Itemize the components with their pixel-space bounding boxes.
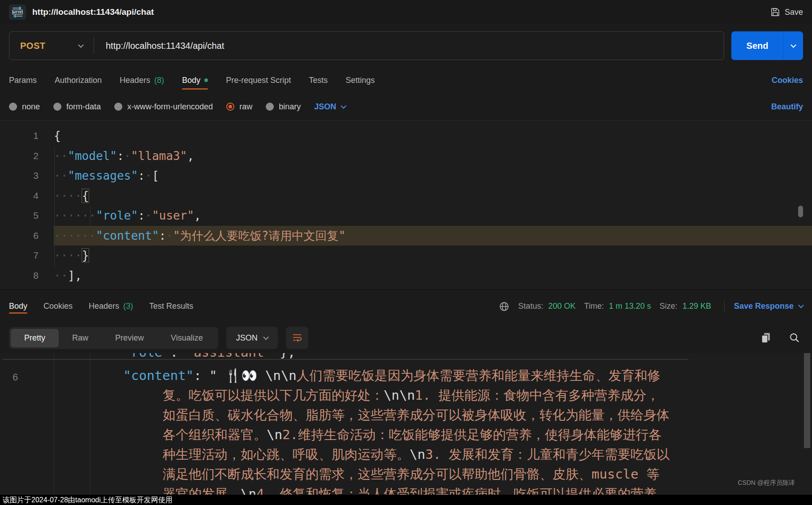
divider <box>724 301 725 312</box>
chevron-down-icon <box>798 302 804 308</box>
save-button[interactable]: Save <box>770 7 803 17</box>
send-options-caret[interactable] <box>783 31 803 60</box>
code-line-7: 7····} <box>0 246 812 266</box>
chevron-down-icon <box>263 334 269 340</box>
tab-settings[interactable]: Settings <box>346 69 375 92</box>
indent-guide <box>54 147 55 268</box>
cookies-link[interactable]: Cookies <box>772 76 803 85</box>
tab-headers[interactable]: Headers(8) <box>120 69 164 92</box>
tab-authorization[interactable]: Authorization <box>55 69 102 92</box>
radio-unselected-icon <box>9 103 17 111</box>
response-tabs: BodyCookiesHeaders(3)Test Results <box>9 294 193 318</box>
save-label: Save <box>785 8 803 17</box>
time-value: 1 m 13.20 s <box>609 302 651 311</box>
body-format-select[interactable]: JSON <box>314 102 346 112</box>
body-type-radios: noneform-datax-www-form-urlencodedrawbin… <box>9 102 301 112</box>
view-mode-preview[interactable]: Preview <box>102 329 157 347</box>
save-floppy-icon <box>770 7 780 17</box>
time-label: Time: <box>584 302 604 311</box>
tab-params[interactable]: Params <box>9 69 37 92</box>
tab-tests[interactable]: Tests <box>309 69 328 92</box>
method-select[interactable]: POST <box>9 41 94 51</box>
size-label: Size: <box>660 302 678 311</box>
response-tab-headers[interactable]: Headers(3) <box>89 294 133 318</box>
body-type-radio-form-data[interactable]: form-data <box>53 102 101 112</box>
tab-body[interactable]: Body <box>182 69 208 92</box>
indent-guide <box>90 207 91 246</box>
send-label[interactable]: Send <box>731 31 783 60</box>
csdn-watermark: CSDN @程序员陈译 <box>738 473 795 492</box>
http-arrows-icon: HTTP <box>11 6 24 18</box>
response-content-line: 6 "content": " 🍴👀 \n\n人们需要吃饭是因为身体需要营养和能量… <box>0 366 812 505</box>
divider <box>94 38 94 54</box>
copy-response-button[interactable] <box>760 332 772 344</box>
svg-text:HTTP: HTTP <box>13 10 22 14</box>
code-line-4: 4····{ <box>0 186 812 206</box>
scroll-clip-divider <box>3 359 688 360</box>
wrap-text-button[interactable] <box>286 327 308 349</box>
view-mode-visualize[interactable]: Visualize <box>157 329 216 347</box>
code-line-1: 1{ <box>0 126 812 146</box>
request-tabs: ParamsAuthorizationHeaders(8)BodyPre-req… <box>9 69 375 92</box>
editor-scrollbar-thumb[interactable] <box>798 206 803 217</box>
radio-unselected-icon <box>114 103 122 111</box>
save-response-label: Save Response <box>734 302 794 311</box>
status-label: Status: <box>518 302 543 311</box>
method-value: POST <box>20 41 45 51</box>
code-line-6: 6······"content":·"为什么人要吃饭?请用中文回复" <box>0 226 812 246</box>
view-mode-segmented-control: PrettyRawPreviewVisualize <box>9 327 218 349</box>
url-input[interactable]: http://localhost:11434/api/chat <box>106 41 224 51</box>
code-line-3: 3··"messages":·[ <box>0 166 812 186</box>
search-response-button[interactable] <box>789 332 800 344</box>
tab-pre-request-script[interactable]: Pre-request Script <box>226 69 291 92</box>
request-titlebar: HTTP http://localhost:11434/api/chat Sav… <box>0 0 812 24</box>
request-url-row: POST http://localhost:11434/api/chat Sen… <box>0 24 812 67</box>
response-meta: Status: 200 OK Time: 1 m 13.20 s Size: 1… <box>499 301 803 312</box>
request-tabs-row: ParamsAuthorizationHeaders(8)BodyPre-req… <box>0 67 812 93</box>
send-button[interactable]: Send <box>731 31 803 60</box>
response-body-viewer[interactable]: "role": "assistant" }, 6 "content": " 🍴👀… <box>0 353 812 505</box>
view-mode-raw[interactable]: Raw <box>59 329 102 347</box>
copy-icon <box>760 332 772 344</box>
radio-unselected-icon <box>266 103 274 111</box>
response-format-select[interactable]: JSON <box>226 327 278 349</box>
code-line-2: 2··"model":·"llama3", <box>0 146 812 166</box>
wrap-text-icon <box>292 332 302 343</box>
api-client-window: HTTP http://localhost:11434/api/chat Sav… <box>0 0 812 505</box>
http-request-icon: HTTP <box>9 4 26 20</box>
size-value: 1.29 KB <box>682 302 711 311</box>
save-response-button[interactable]: Save Response <box>734 302 803 311</box>
request-title: http://localhost:11434/api/chat <box>32 7 154 17</box>
search-icon <box>789 332 800 344</box>
response-content-text: "content": " 🍴👀 \n\n人们需要吃饭是因为身体需要营养和能量来维… <box>123 366 670 505</box>
body-format-value: JSON <box>314 102 336 112</box>
radio-unselected-icon <box>53 103 61 111</box>
body-type-radio-none[interactable]: none <box>9 102 40 112</box>
response-scrollbar-thumb[interactable] <box>804 353 810 448</box>
response-view-toolbar: PrettyRawPreviewVisualize JSON <box>0 323 812 353</box>
response-tab-cookies[interactable]: Cookies <box>43 294 73 318</box>
body-type-radio-raw[interactable]: raw <box>226 102 252 112</box>
response-tabs-row: BodyCookiesHeaders(3)Test Results Status… <box>0 289 812 323</box>
view-mode-pretty[interactable]: Pretty <box>11 329 59 347</box>
status-value: 200 OK <box>548 302 575 311</box>
response-format-value: JSON <box>236 333 258 343</box>
image-watermark-bar: 该图片于2024-07-28由taomodi上传至模板开发网使用 <box>0 495 812 505</box>
response-tab-body[interactable]: Body <box>9 294 27 318</box>
request-body-editor[interactable]: 1{2··"model":·"llama3",3··"messages":·[4… <box>0 120 812 289</box>
network-globe-icon[interactable] <box>499 301 510 312</box>
chevron-down-icon <box>341 103 346 109</box>
body-type-radio-binary[interactable]: binary <box>266 102 301 112</box>
beautify-link[interactable]: Beautify <box>771 102 803 112</box>
chevron-down-icon <box>790 42 796 48</box>
editor-lines: 1{2··"model":·"llama3",3··"messages":·[4… <box>0 126 812 285</box>
response-line-number: 6 <box>13 367 18 387</box>
body-options-row: noneform-datax-www-form-urlencodedrawbin… <box>0 93 812 120</box>
radio-selected-icon <box>226 103 234 111</box>
clipped-previous-line: "role": "assistant" }, <box>0 353 812 365</box>
response-tab-test-results[interactable]: Test Results <box>149 294 193 318</box>
unsaved-changes-dot <box>204 78 208 82</box>
url-input-group: POST http://localhost:11434/api/chat <box>9 31 724 60</box>
code-line-5: 5······"role":·"user", <box>0 206 812 226</box>
body-type-radio-x-www-form-urlencoded[interactable]: x-www-form-urlencoded <box>114 102 213 112</box>
